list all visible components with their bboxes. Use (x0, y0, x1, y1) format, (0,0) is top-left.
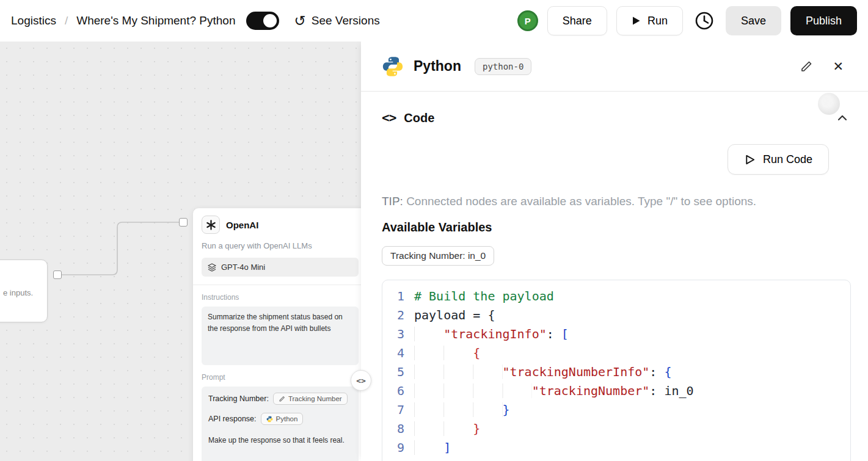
code-line-text: } (414, 419, 480, 438)
code-line: 9 ] (388, 438, 850, 457)
code-section-title: Code (404, 111, 434, 125)
collapse-chevron-icon[interactable] (836, 112, 848, 124)
panel-header-icons: ✕ (800, 60, 844, 73)
save-button[interactable]: Save (726, 6, 781, 35)
node-id-badge: python-0 (475, 58, 531, 75)
topbar-actions: P Share Run Save Publish (517, 6, 857, 35)
pencil-icon (279, 396, 285, 402)
tip-label: TIP: (382, 195, 403, 208)
scrollbar-thumb[interactable] (818, 93, 840, 115)
layers-icon (208, 263, 216, 272)
instructions-textarea[interactable]: Summarize the shipment status based on t… (202, 307, 359, 365)
inputs-node-text: e inputs. (3, 288, 33, 297)
prompt-label: Prompt (202, 373, 359, 382)
instructions-label: Instructions (202, 293, 359, 302)
python-chip-label: Python (276, 415, 298, 423)
tracking-field-label: Tracking Number: (208, 394, 269, 403)
variable-chip-tracking-number[interactable]: Tracking Number: in_0 (382, 246, 494, 266)
save-label: Save (741, 15, 766, 27)
code-line: 2payload = { (388, 306, 850, 325)
tip-text: TIP: Connected nodes are available as va… (382, 194, 851, 208)
openai-node-title: OpenAI (226, 220, 258, 230)
python-node-panel: Python python-0 ✕ <> Code Run Code (361, 42, 868, 461)
code-line-text: { (414, 344, 480, 363)
prompt-editor[interactable]: Tracking Number: Tracking Number API res… (202, 387, 359, 461)
code-line-text: payload = { (414, 306, 495, 325)
line-number: 6 (388, 382, 404, 401)
code-line-text: # Build the payload (414, 287, 554, 306)
openai-knot-icon (206, 220, 216, 230)
model-name: GPT-4o Mini (221, 263, 265, 272)
openai-node[interactable]: OpenAI Run a query with OpenAI LLMs GPT-… (192, 208, 361, 461)
workflow-enabled-toggle[interactable] (246, 12, 279, 30)
page-title[interactable]: Where's My Shipment? Python (76, 14, 235, 27)
prompt-row-tracking: Tracking Number: Tracking Number (208, 393, 352, 405)
avatar[interactable]: P (517, 10, 538, 31)
edit-icon[interactable] (800, 60, 813, 73)
code-line: 3 "trackingInfo": [ (388, 325, 850, 344)
publish-button[interactable]: Publish (790, 6, 857, 35)
line-number: 8 (388, 419, 404, 438)
code-line-text: } (414, 401, 510, 419)
python-logo (382, 56, 404, 78)
inputs-node[interactable]: e inputs. (0, 260, 48, 322)
code-brackets-icon: <> (382, 111, 396, 125)
python-mini-icon (266, 416, 273, 423)
code-line-text: "trackingInfo": [ (414, 325, 569, 344)
code-line: 5 "trackingNumberInfo": { (388, 363, 850, 382)
code-line-text: "trackingNumberInfo": { (414, 363, 671, 382)
close-icon[interactable]: ✕ (833, 60, 844, 73)
code-line-text: ] (414, 438, 451, 457)
tip-body: Connected nodes are available as variabl… (406, 195, 756, 208)
code-line-text: "trackingNumber": in_0 (414, 382, 694, 401)
tracking-chip-label: Tracking Number (288, 395, 342, 402)
code-editor[interactable]: 1# Build the payload2payload = {3 "track… (382, 280, 851, 461)
panel-resize-handle[interactable]: <> (351, 370, 371, 391)
openai-node-subtitle: Run a query with OpenAI LLMs (202, 241, 359, 250)
code-lines: 1# Build the payload2payload = {3 "track… (388, 287, 850, 457)
schedule-button[interactable] (692, 9, 717, 33)
run-button[interactable]: Run (616, 6, 683, 35)
workflow-canvas[interactable]: e inputs. OpenAI Run a query with OpenAI… (0, 42, 361, 461)
code-line: 1# Build the payload (388, 287, 850, 306)
tracking-variable-chip[interactable]: Tracking Number (273, 393, 348, 405)
share-button[interactable]: Share (547, 6, 607, 35)
run-code-row: Run Code (382, 144, 851, 175)
card-divider (193, 285, 361, 285)
play-outline-icon (744, 154, 756, 165)
panel-title: Python (414, 58, 461, 74)
play-icon (632, 16, 641, 26)
publish-label: Publish (806, 15, 842, 27)
prompt-row-api: API response: Python (208, 413, 352, 425)
line-number: 3 (388, 325, 404, 344)
openai-logo (202, 216, 220, 234)
code-section-header: <> Code (382, 109, 851, 127)
toggle-knob (263, 14, 277, 27)
line-number: 9 (388, 438, 404, 457)
openai-node-input-port[interactable] (179, 218, 188, 227)
model-selector[interactable]: GPT-4o Mini (202, 258, 359, 277)
share-label: Share (563, 15, 592, 27)
top-bar: Logistics / Where's My Shipment? Python … (0, 0, 868, 42)
code-line: 4 { (388, 344, 850, 363)
run-code-button[interactable]: Run Code (728, 144, 829, 175)
see-versions-label: See Versions (312, 14, 380, 27)
line-number: 1 (388, 287, 404, 306)
run-label: Run (647, 15, 668, 27)
panel-body: <> Code Run Code TIP: Connected nodes ar… (361, 92, 868, 461)
clock-icon (695, 11, 714, 31)
openai-node-header: OpenAI (202, 216, 359, 234)
code-line: 6 "trackingNumber": in_0 (388, 382, 850, 401)
code-line: 7 } (388, 401, 850, 419)
api-field-label: API response: (208, 415, 257, 423)
prompt-note: Make up the response so that it feels re… (208, 436, 352, 445)
history-icon: ↺ (294, 14, 305, 28)
python-variable-chip[interactable]: Python (261, 413, 304, 425)
line-number: 4 (388, 344, 404, 363)
breadcrumb[interactable]: Logistics (11, 14, 56, 27)
panel-header: Python python-0 ✕ (361, 42, 868, 92)
inputs-node-output-port[interactable] (53, 270, 62, 279)
breadcrumb-separator: / (65, 14, 68, 27)
app-window: Logistics / Where's My Shipment? Python … (0, 0, 868, 461)
see-versions-button[interactable]: ↺ See Versions (294, 14, 379, 28)
